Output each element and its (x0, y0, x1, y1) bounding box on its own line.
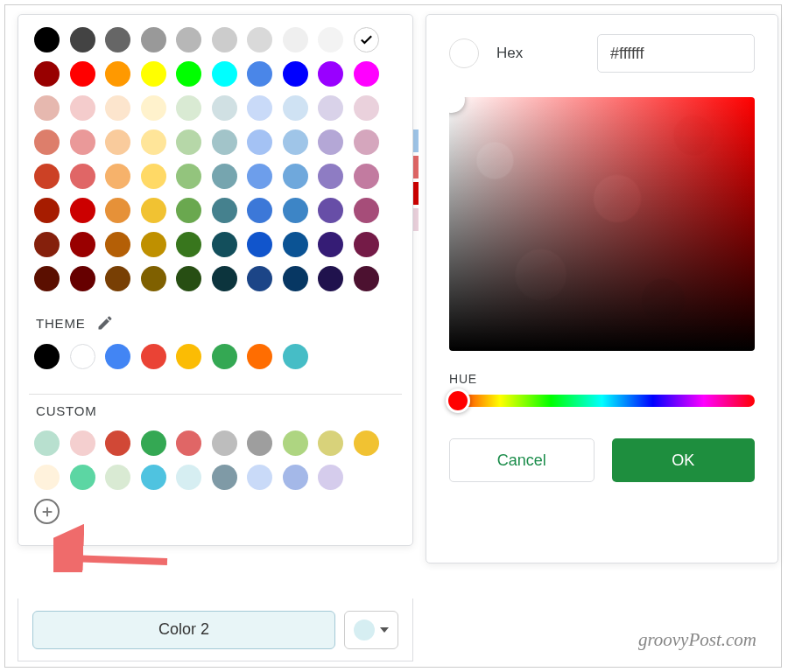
color-swatch[interactable] (70, 164, 95, 189)
color-swatch[interactable] (247, 344, 272, 369)
color-swatch[interactable] (34, 95, 60, 121)
color-swatch[interactable] (212, 198, 237, 223)
color-swatch[interactable] (318, 164, 343, 189)
color-swatch[interactable] (105, 232, 130, 257)
color-swatch[interactable] (318, 95, 343, 121)
color-swatch[interactable] (70, 232, 95, 257)
color-swatch[interactable] (34, 344, 60, 369)
saturation-value-area[interactable] (449, 97, 755, 351)
color-swatch[interactable] (176, 164, 201, 189)
color-swatch[interactable] (283, 344, 308, 369)
color-swatch[interactable] (34, 61, 60, 87)
color-swatch[interactable] (70, 266, 95, 291)
color-swatch[interactable] (212, 266, 237, 291)
color-swatch[interactable] (318, 266, 343, 291)
color-swatch[interactable] (70, 344, 95, 369)
color-swatch[interactable] (34, 465, 60, 490)
color-swatch[interactable] (283, 61, 308, 87)
color-swatch[interactable] (176, 198, 201, 223)
color-swatch[interactable] (105, 344, 130, 369)
color-swatch[interactable] (318, 198, 343, 223)
color-swatch-selected[interactable] (354, 27, 379, 52)
color-swatch[interactable] (105, 198, 130, 223)
color-swatch[interactable] (141, 27, 166, 52)
color-slot-swatch-dropdown[interactable] (344, 611, 398, 649)
color-swatch[interactable] (176, 430, 201, 456)
color-swatch[interactable] (247, 27, 272, 52)
color-swatch[interactable] (141, 130, 166, 155)
color-swatch[interactable] (176, 130, 201, 155)
color-swatch[interactable] (34, 130, 60, 155)
color-swatch[interactable] (354, 266, 379, 291)
color-swatch[interactable] (34, 164, 60, 189)
color-swatch[interactable] (318, 27, 343, 52)
color-swatch[interactable] (354, 430, 379, 456)
color-swatch[interactable] (34, 430, 60, 456)
color-swatch[interactable] (354, 95, 379, 121)
color-swatch[interactable] (70, 95, 95, 121)
color-swatch[interactable] (354, 232, 379, 257)
color-swatch[interactable] (176, 266, 201, 291)
color-swatch[interactable] (247, 164, 272, 189)
color-swatch[interactable] (247, 232, 272, 257)
hex-input[interactable] (597, 34, 755, 73)
color-swatch[interactable] (141, 430, 166, 456)
color-swatch[interactable] (318, 61, 343, 87)
color-swatch[interactable] (141, 232, 166, 257)
color-swatch[interactable] (105, 95, 130, 121)
color-swatch[interactable] (105, 164, 130, 189)
color-swatch[interactable] (354, 164, 379, 189)
color-swatch[interactable] (283, 198, 308, 223)
color-swatch[interactable] (283, 27, 308, 52)
color-swatch[interactable] (141, 266, 166, 291)
color-swatch[interactable] (105, 266, 130, 291)
color-swatch[interactable] (283, 232, 308, 257)
color-swatch[interactable] (176, 95, 201, 121)
color-swatch[interactable] (283, 465, 308, 490)
pencil-icon[interactable] (96, 314, 114, 332)
color-swatch[interactable] (318, 130, 343, 155)
hue-handle[interactable] (446, 388, 470, 413)
color-swatch[interactable] (212, 61, 237, 87)
color-swatch[interactable] (247, 61, 272, 87)
color-swatch[interactable] (34, 232, 60, 257)
color-swatch[interactable] (354, 61, 379, 87)
color-swatch[interactable] (141, 198, 166, 223)
color-swatch[interactable] (212, 27, 237, 52)
color-swatch[interactable] (105, 430, 130, 456)
color-swatch[interactable] (212, 95, 237, 121)
color-swatch[interactable] (247, 465, 272, 490)
color-swatch[interactable] (141, 164, 166, 189)
color-swatch[interactable] (176, 232, 201, 257)
color-swatch[interactable] (176, 27, 201, 52)
hue-slider[interactable] (449, 395, 755, 407)
color-swatch[interactable] (247, 198, 272, 223)
color-swatch[interactable] (34, 27, 60, 52)
color-swatch[interactable] (176, 344, 201, 369)
color-swatch[interactable] (141, 465, 166, 490)
color-swatch[interactable] (318, 465, 343, 490)
color-swatch[interactable] (34, 266, 60, 291)
color-swatch[interactable] (247, 95, 272, 121)
color-swatch[interactable] (176, 61, 201, 87)
cancel-button[interactable]: Cancel (449, 438, 595, 482)
color-swatch[interactable] (212, 465, 237, 490)
color-swatch[interactable] (247, 266, 272, 291)
color-swatch[interactable] (212, 430, 237, 456)
color-swatch[interactable] (105, 130, 130, 155)
color-swatch[interactable] (318, 430, 343, 456)
color-swatch[interactable] (70, 198, 95, 223)
color-swatch[interactable] (34, 198, 60, 223)
color-swatch[interactable] (283, 130, 308, 155)
color-swatch[interactable] (354, 130, 379, 155)
color-swatch[interactable] (212, 130, 237, 155)
color-swatch[interactable] (212, 164, 237, 189)
color-swatch[interactable] (354, 198, 379, 223)
color-swatch[interactable] (105, 465, 130, 490)
color-slot-button[interactable]: Color 2 (32, 611, 335, 649)
color-swatch[interactable] (105, 27, 130, 52)
color-swatch[interactable] (141, 344, 166, 369)
ok-button[interactable]: OK (612, 438, 756, 482)
color-swatch[interactable] (283, 266, 308, 291)
color-swatch[interactable] (283, 430, 308, 456)
